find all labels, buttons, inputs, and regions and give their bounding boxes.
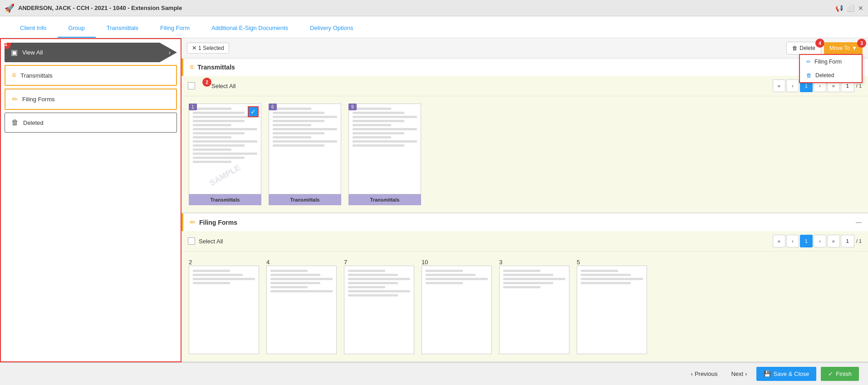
deleted-icon: 🗑: [11, 118, 19, 127]
filing-forms-section: ✏ Filing Forms — Select All « ‹ 1 › » / …: [181, 213, 868, 362]
filing-doc-1-thumbnail: [189, 266, 259, 354]
dropdown-arrow-icon: ▼: [852, 45, 857, 51]
prev-page-button[interactable]: ‹: [786, 79, 799, 92]
previous-button[interactable]: ‹ Previous: [687, 368, 722, 380]
app-title: ANDERSON, JACK - CCH - 2021 - 1040 - Ext…: [18, 5, 182, 11]
tab-filing-form[interactable]: Filing Form: [149, 19, 201, 38]
doc-1-lines: [189, 104, 261, 194]
filing-doc-4-page-num: 10: [422, 259, 492, 266]
filing-prev-page-button[interactable]: ‹: [786, 235, 799, 247]
doc-3-page-num: 9: [348, 104, 357, 110]
bottom-bar: ‹ Previous Next › 💾 Save & Close ✓ Finis…: [0, 362, 868, 385]
check-icon: ✓: [828, 370, 833, 377]
transmittals-icon: ≡: [12, 71, 16, 79]
filing-doc-4[interactable]: 10: [422, 259, 492, 354]
filing-doc-4-thumbnail: [422, 266, 492, 354]
transmittals-doc-2[interactable]: 6: [269, 104, 341, 205]
prev-arrow-icon: ‹: [691, 370, 693, 377]
filing-doc-6-thumbnail: [577, 266, 647, 354]
doc-1-label: Transmittals: [189, 194, 261, 205]
selected-badge: ✕ 1 Selected: [187, 43, 229, 54]
transmittals-doc-1[interactable]: 1 ✓: [189, 104, 261, 205]
doc-3-lines: [349, 104, 421, 194]
filing-doc-2-thumbnail: [266, 266, 337, 354]
filing-doc-1[interactable]: 2: [189, 259, 259, 354]
total-pages-label: / 1: [856, 83, 862, 89]
tab-delivery-options[interactable]: Delivery Options: [299, 19, 364, 38]
filing-doc-5-page-num: 3: [499, 259, 569, 266]
sidebar-item-deleted[interactable]: 🗑 Deleted: [5, 113, 177, 133]
next-arrow-icon: ›: [745, 370, 747, 377]
filing-last-page-button[interactable]: »: [827, 235, 840, 247]
filing-forms-collapse-button[interactable]: —: [856, 219, 862, 226]
save-icon: 💾: [764, 370, 771, 377]
filing-total-pages-label: / 1: [856, 238, 862, 244]
transmittals-select-all-checkbox[interactable]: [188, 82, 195, 89]
rocket-icon: 🚀: [5, 3, 15, 13]
doc-2-label: Transmittals: [269, 194, 341, 205]
filing-forms-section-icon: ✏: [190, 218, 196, 227]
doc-2-page-num: 6: [269, 104, 277, 110]
tab-transmittals[interactable]: Transmittals: [96, 19, 149, 38]
filing-first-page-button[interactable]: «: [773, 235, 785, 247]
restore-icon[interactable]: ⬜: [847, 5, 854, 12]
filing-doc-2-page-num: 4: [266, 259, 337, 266]
tab-client-info[interactable]: Client Info: [9, 19, 58, 38]
content-toolbar: ✕ 1 Selected 4 🗑 Delete 3 Move To ▼: [181, 38, 868, 59]
filing-forms-section-title: Filing Forms: [199, 219, 237, 226]
tab-additional-esign[interactable]: Additional E-Sign Documents: [201, 19, 299, 38]
nav-tabs: Client Info Group Transmittals Filing Fo…: [0, 16, 868, 38]
transmittals-label: Transmittals: [20, 72, 52, 79]
view-all-icon: ▣: [11, 48, 18, 57]
filing-doc-2[interactable]: 4: [266, 259, 337, 354]
sidebar-item-view-all[interactable]: 1 ▣ View All ›: [5, 43, 177, 62]
close-icon[interactable]: ✕: [858, 5, 863, 12]
notification-icon[interactable]: 📢: [835, 5, 843, 12]
main-layout: 1 ▣ View All › ≡ Transmittals ✏ Filing F…: [0, 38, 868, 362]
title-bar: 🚀 ANDERSON, JACK - CCH - 2021 - 1040 - E…: [0, 0, 868, 16]
filing-doc-3-page-num: 7: [344, 259, 414, 266]
filing-page-input[interactable]: [841, 235, 854, 247]
filing-forms-icon: ✏: [12, 95, 18, 104]
transmittals-subbar: 2 Select All « ‹ 1 › » / 1: [181, 76, 868, 96]
transmittals-section: ≡ Transmittals 2 Select All « ‹ 1 › » / …: [181, 59, 868, 213]
clear-selection-button[interactable]: ✕: [192, 45, 196, 51]
delete-badge: 4: [815, 39, 824, 48]
filing-doc-6[interactable]: 5: [577, 259, 647, 354]
first-page-button[interactable]: «: [773, 79, 785, 92]
filing-current-page-button[interactable]: 1: [800, 235, 813, 247]
dropdown-item-filing-form[interactable]: ✏ Filing Form: [800, 55, 862, 69]
doc-3-thumbnail: [348, 104, 421, 194]
filing-doc-5[interactable]: 3: [499, 259, 569, 354]
move-to-container: 3 Move To ▼ ✏ Filing Form 🗑 Deleted: [824, 42, 863, 54]
move-to-badge: 3: [857, 39, 866, 48]
sidebar: 1 ▣ View All › ≡ Transmittals ✏ Filing F…: [0, 38, 181, 362]
transmittals-section-title: Transmittals: [197, 64, 235, 71]
filing-forms-select-all-checkbox[interactable]: [188, 237, 195, 245]
delete-button[interactable]: 4 🗑 Delete: [786, 42, 821, 54]
content-area: ✕ 1 Selected 4 🗑 Delete 3 Move To ▼: [181, 38, 868, 362]
filing-doc-3-thumbnail: [344, 266, 414, 354]
filing-doc-3[interactable]: 7: [344, 259, 414, 354]
dropdown-item-deleted[interactable]: 🗑 Deleted: [800, 69, 862, 82]
save-close-button[interactable]: 💾 Save & Close: [756, 367, 817, 381]
filing-forms-label: Filing Forms: [22, 96, 55, 103]
filing-forms-section-header: ✏ Filing Forms —: [181, 213, 868, 231]
doc-1-checkbox[interactable]: ✓: [248, 106, 259, 117]
transmittals-doc-3[interactable]: 9: [348, 104, 421, 205]
sidebar-item-filing-forms[interactable]: ✏ Filing Forms: [5, 89, 177, 110]
filing-next-page-button[interactable]: ›: [814, 235, 826, 247]
tab-group[interactable]: Group: [58, 19, 96, 38]
finish-button[interactable]: ✓ Finish: [821, 367, 859, 381]
sidebar-item-transmittals[interactable]: ≡ Transmittals: [5, 65, 177, 86]
next-button[interactable]: Next ›: [726, 368, 751, 380]
transmittals-section-icon: ≡: [190, 63, 194, 71]
filing-forms-select-all-label: Select All: [199, 238, 223, 245]
view-all-badge: 1: [1, 39, 11, 49]
transmittals-section-header: ≡ Transmittals: [181, 59, 868, 76]
doc-2-thumbnail: [269, 104, 341, 194]
chevron-right-icon: ›: [169, 49, 171, 56]
doc-2-lines: [269, 104, 341, 194]
trash-icon: 🗑: [792, 45, 798, 51]
filing-forms-subbar: Select All « ‹ 1 › » / 1: [181, 231, 868, 252]
